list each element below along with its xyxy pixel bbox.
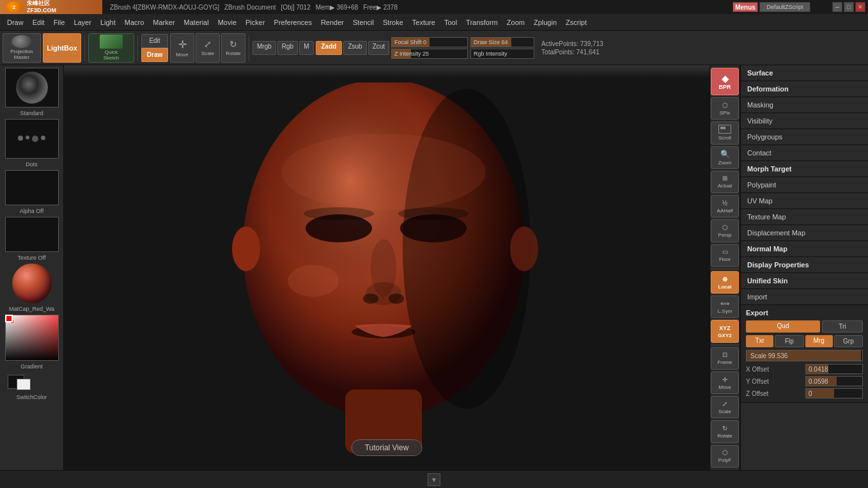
- dots-brush-thumbnail[interactable]: [5, 119, 59, 159]
- default-script-button[interactable]: DefaultZScript: [759, 2, 810, 12]
- menus-button[interactable]: Menus: [732, 2, 758, 12]
- menu-movie[interactable]: Movie: [213, 17, 241, 28]
- xyz-button[interactable]: XYZ GXY2: [711, 320, 739, 342]
- import-section[interactable]: Import: [741, 289, 868, 305]
- menu-tool[interactable]: Tool: [440, 17, 461, 28]
- txr-button[interactable]: Txr: [746, 335, 773, 347]
- quick-sketch-button[interactable]: QuickSketch: [88, 33, 134, 63]
- menu-texture[interactable]: Texture: [408, 17, 440, 28]
- surface-section[interactable]: Surface: [741, 65, 868, 81]
- texture-thumbnail[interactable]: [5, 217, 59, 252]
- persp-button[interactable]: ⬡ Persp: [711, 219, 739, 242]
- aahalf-button[interactable]: ½ AAHalf: [711, 195, 739, 217]
- menu-render[interactable]: Render: [316, 17, 348, 28]
- color-picker[interactable]: [5, 315, 59, 361]
- deformation-section[interactable]: Deformation: [741, 81, 868, 97]
- morph-target-section[interactable]: Morph Target: [741, 161, 868, 177]
- grp-button[interactable]: Grp: [834, 335, 863, 347]
- menu-zplugin[interactable]: Zplugin: [529, 17, 561, 28]
- minimize-button[interactable]: ─: [832, 2, 842, 12]
- flp-button[interactable]: Flp: [775, 335, 803, 347]
- matcap-thumbnail[interactable]: [10, 264, 54, 303]
- move-button[interactable]: ✛ Move: [170, 33, 194, 63]
- menu-marker[interactable]: Marker: [148, 17, 179, 28]
- scroll-button[interactable]: Scroll: [711, 122, 739, 144]
- menu-light[interactable]: Light: [96, 17, 120, 28]
- projection-master-button[interactable]: ProjectionMaster: [3, 33, 41, 63]
- lsym-button[interactable]: ⟺ L.Sym: [711, 295, 739, 318]
- displacement-map-section[interactable]: Displacement Map: [741, 225, 868, 241]
- vp-scale-button[interactable]: ⤢ Scale: [711, 396, 739, 418]
- texture-map-section[interactable]: Texture Map: [741, 209, 868, 225]
- scale-button[interactable]: ⤢ Scale: [196, 33, 220, 63]
- zadd-button[interactable]: Zadd: [316, 41, 343, 55]
- draw-size-field[interactable]: Draw Size 64: [470, 37, 534, 47]
- qud-button[interactable]: Qud: [746, 320, 820, 333]
- brush-thumbnail[interactable]: [5, 68, 59, 107]
- visibility-section[interactable]: Visibility: [741, 113, 868, 129]
- lightbox-button[interactable]: LightBox: [43, 33, 81, 63]
- alpha-thumbnail[interactable]: [5, 170, 59, 205]
- menu-stencil[interactable]: Stencil: [348, 17, 378, 28]
- menu-preferences[interactable]: Preferences: [270, 17, 316, 28]
- menu-picker[interactable]: Picker: [241, 17, 270, 28]
- menu-draw[interactable]: Draw: [3, 17, 28, 28]
- export-options-row: Txr Flp Mrg Grp: [746, 335, 863, 347]
- menu-transform[interactable]: Transform: [461, 17, 502, 28]
- menu-zscript[interactable]: Zscript: [561, 17, 591, 28]
- svg-point-12: [389, 294, 404, 304]
- contact-section[interactable]: Contact: [741, 145, 868, 161]
- menu-layer[interactable]: Layer: [69, 17, 96, 28]
- menu-file[interactable]: File: [49, 17, 70, 28]
- x-offset-value: 0.0418: [809, 366, 828, 373]
- local-button[interactable]: ⊕ Local: [711, 271, 739, 294]
- menu-edit[interactable]: Edit: [28, 17, 49, 28]
- scale-field[interactable]: Scale 99.536: [746, 350, 863, 361]
- bpr-button[interactable]: ◆ BPR: [711, 68, 739, 95]
- masking-section[interactable]: Masking: [741, 97, 868, 113]
- vp-rotate-icon: ↻: [722, 425, 727, 432]
- draw-button[interactable]: Draw: [141, 48, 168, 62]
- z-intensity-field[interactable]: Z Intensity 25: [391, 49, 468, 59]
- polypaint-section[interactable]: Polypaint: [741, 177, 868, 193]
- maximize-button[interactable]: □: [844, 2, 854, 12]
- rgb-button[interactable]: Rgb: [277, 41, 298, 55]
- zcut-button[interactable]: Zcut: [368, 41, 389, 55]
- display-properties-section[interactable]: Display Properties: [741, 257, 868, 273]
- menu-zoom[interactable]: Zoom: [502, 17, 529, 28]
- tri-button[interactable]: Tri: [822, 320, 863, 333]
- focal-shift-field[interactable]: Focal Shift 0: [391, 37, 468, 47]
- actual-button[interactable]: ⊞ Actual: [711, 171, 739, 193]
- z-intensity-value: Z Intensity 25: [394, 51, 429, 57]
- mrgb-button[interactable]: Mrgb: [252, 41, 276, 55]
- scroll-down-button[interactable]: ▾: [428, 473, 440, 486]
- switch-colors-button[interactable]: [5, 372, 59, 391]
- close-button[interactable]: ✕: [855, 2, 865, 12]
- unified-skin-section[interactable]: Unified Skin: [741, 273, 868, 289]
- x-offset-field[interactable]: 0.0418: [805, 364, 863, 374]
- vp-move-button[interactable]: ✛ Move: [711, 372, 739, 394]
- normal-map-section[interactable]: Normal Map: [741, 241, 868, 257]
- polyf-button[interactable]: ⬡ PolyF: [711, 445, 739, 468]
- vp-rotate-button[interactable]: ↻ Rotate: [711, 420, 739, 443]
- zsub-button[interactable]: Zsub: [343, 41, 366, 55]
- menu-material[interactable]: Material: [180, 17, 213, 28]
- spix-button[interactable]: ⬡ SPix: [711, 97, 739, 120]
- zoom-button[interactable]: 🔍 Zoom: [711, 146, 739, 169]
- quick-sketch-label: QuickSketch: [104, 50, 119, 61]
- floor-button[interactable]: ▭ Floor: [711, 244, 739, 267]
- menu-stroke[interactable]: Stroke: [378, 17, 408, 28]
- frame-button[interactable]: ⊡ Frame: [711, 347, 739, 370]
- rotate-button[interactable]: ↻ Rotate: [221, 33, 245, 63]
- edit-button[interactable]: Edit: [141, 34, 168, 48]
- m-button[interactable]: M: [299, 41, 313, 55]
- z-offset-field[interactable]: 0: [805, 388, 863, 398]
- menu-macro[interactable]: Macro: [120, 17, 149, 28]
- viewport[interactable]: Tutorial View: [64, 65, 709, 470]
- mrg-button[interactable]: Mrg: [805, 335, 833, 347]
- uv-map-section[interactable]: UV Map: [741, 193, 868, 209]
- polygroups-section[interactable]: Polygroups: [741, 129, 868, 145]
- y-offset-field[interactable]: 0.0598: [805, 376, 863, 386]
- svg-point-17: [281, 134, 486, 210]
- rgb-intensity-field[interactable]: Rgb Intensity: [470, 49, 534, 59]
